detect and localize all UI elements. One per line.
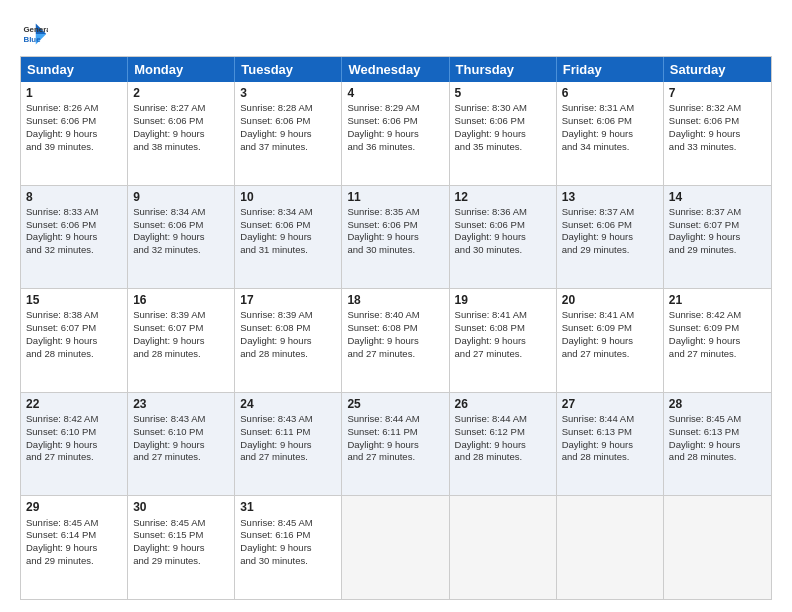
day-info-line: and 39 minutes. xyxy=(26,141,122,154)
calendar-row: 1Sunrise: 8:26 AMSunset: 6:06 PMDaylight… xyxy=(21,82,771,185)
day-number: 22 xyxy=(26,396,122,412)
day-info-line: Sunset: 6:09 PM xyxy=(562,322,658,335)
day-info-line: and 28 minutes. xyxy=(26,348,122,361)
day-info-line: and 34 minutes. xyxy=(562,141,658,154)
day-number: 2 xyxy=(133,85,229,101)
day-info-line: Sunset: 6:06 PM xyxy=(133,219,229,232)
day-number: 20 xyxy=(562,292,658,308)
day-number: 10 xyxy=(240,189,336,205)
day-info-line: Daylight: 9 hours xyxy=(26,542,122,555)
day-info-line: Daylight: 9 hours xyxy=(26,128,122,141)
day-info-line: Sunset: 6:13 PM xyxy=(562,426,658,439)
day-cell: 18Sunrise: 8:40 AMSunset: 6:08 PMDayligh… xyxy=(342,289,449,392)
day-info-line: Daylight: 9 hours xyxy=(133,439,229,452)
day-info-line: Sunrise: 8:42 AM xyxy=(26,413,122,426)
day-number: 5 xyxy=(455,85,551,101)
day-cell: 15Sunrise: 8:38 AMSunset: 6:07 PMDayligh… xyxy=(21,289,128,392)
day-info-line: Sunrise: 8:41 AM xyxy=(455,309,551,322)
day-info-line: Daylight: 9 hours xyxy=(669,231,766,244)
day-info-line: Sunrise: 8:44 AM xyxy=(455,413,551,426)
day-info-line: and 28 minutes. xyxy=(133,348,229,361)
day-number: 25 xyxy=(347,396,443,412)
day-info-line: Sunrise: 8:42 AM xyxy=(669,309,766,322)
day-info-line: Daylight: 9 hours xyxy=(240,231,336,244)
day-info-line: Sunrise: 8:27 AM xyxy=(133,102,229,115)
day-info-line: and 27 minutes. xyxy=(347,451,443,464)
day-info-line: Sunset: 6:06 PM xyxy=(562,219,658,232)
day-number: 8 xyxy=(26,189,122,205)
day-info-line: and 29 minutes. xyxy=(133,555,229,568)
day-info-line: Sunset: 6:09 PM xyxy=(669,322,766,335)
day-info-line: Sunset: 6:06 PM xyxy=(669,115,766,128)
day-info-line: Sunset: 6:08 PM xyxy=(347,322,443,335)
day-info-line: Daylight: 9 hours xyxy=(669,439,766,452)
day-info-line: Sunrise: 8:35 AM xyxy=(347,206,443,219)
day-info-line: Daylight: 9 hours xyxy=(347,128,443,141)
calendar-row: 22Sunrise: 8:42 AMSunset: 6:10 PMDayligh… xyxy=(21,392,771,496)
day-cell: 4Sunrise: 8:29 AMSunset: 6:06 PMDaylight… xyxy=(342,82,449,185)
header-day: Friday xyxy=(557,57,664,82)
day-cell: 27Sunrise: 8:44 AMSunset: 6:13 PMDayligh… xyxy=(557,393,664,496)
empty-cell xyxy=(450,496,557,599)
day-info-line: Daylight: 9 hours xyxy=(669,128,766,141)
calendar-body: 1Sunrise: 8:26 AMSunset: 6:06 PMDaylight… xyxy=(21,82,771,599)
day-cell: 25Sunrise: 8:44 AMSunset: 6:11 PMDayligh… xyxy=(342,393,449,496)
day-info-line: and 32 minutes. xyxy=(26,244,122,257)
day-info-line: and 35 minutes. xyxy=(455,141,551,154)
day-info-line: Sunset: 6:12 PM xyxy=(455,426,551,439)
day-info-line: Daylight: 9 hours xyxy=(455,128,551,141)
day-info-line: Sunset: 6:14 PM xyxy=(26,529,122,542)
day-info-line: and 27 minutes. xyxy=(347,348,443,361)
day-number: 16 xyxy=(133,292,229,308)
calendar-row: 8Sunrise: 8:33 AMSunset: 6:06 PMDaylight… xyxy=(21,185,771,289)
day-info-line: Daylight: 9 hours xyxy=(240,128,336,141)
header-day: Sunday xyxy=(21,57,128,82)
day-cell: 10Sunrise: 8:34 AMSunset: 6:06 PMDayligh… xyxy=(235,186,342,289)
day-number: 19 xyxy=(455,292,551,308)
day-cell: 11Sunrise: 8:35 AMSunset: 6:06 PMDayligh… xyxy=(342,186,449,289)
day-info-line: Sunset: 6:08 PM xyxy=(455,322,551,335)
day-info-line: Sunset: 6:06 PM xyxy=(455,115,551,128)
day-cell: 26Sunrise: 8:44 AMSunset: 6:12 PMDayligh… xyxy=(450,393,557,496)
day-number: 30 xyxy=(133,499,229,515)
day-cell: 5Sunrise: 8:30 AMSunset: 6:06 PMDaylight… xyxy=(450,82,557,185)
day-info-line: and 28 minutes. xyxy=(669,451,766,464)
header-day: Saturday xyxy=(664,57,771,82)
day-info-line: and 38 minutes. xyxy=(133,141,229,154)
day-info-line: Sunset: 6:06 PM xyxy=(347,219,443,232)
day-info-line: Daylight: 9 hours xyxy=(26,439,122,452)
logo: General Blue xyxy=(20,20,50,48)
day-number: 29 xyxy=(26,499,122,515)
day-info-line: Daylight: 9 hours xyxy=(455,335,551,348)
day-info-line: Sunrise: 8:45 AM xyxy=(240,517,336,530)
day-info-line: and 27 minutes. xyxy=(562,348,658,361)
day-cell: 9Sunrise: 8:34 AMSunset: 6:06 PMDaylight… xyxy=(128,186,235,289)
day-cell: 16Sunrise: 8:39 AMSunset: 6:07 PMDayligh… xyxy=(128,289,235,392)
day-info-line: and 27 minutes. xyxy=(240,451,336,464)
day-info-line: Sunset: 6:07 PM xyxy=(669,219,766,232)
day-cell: 8Sunrise: 8:33 AMSunset: 6:06 PMDaylight… xyxy=(21,186,128,289)
day-info-line: Sunrise: 8:36 AM xyxy=(455,206,551,219)
day-info-line: Sunset: 6:13 PM xyxy=(669,426,766,439)
day-info-line: Sunrise: 8:38 AM xyxy=(26,309,122,322)
day-cell: 6Sunrise: 8:31 AMSunset: 6:06 PMDaylight… xyxy=(557,82,664,185)
day-cell: 13Sunrise: 8:37 AMSunset: 6:06 PMDayligh… xyxy=(557,186,664,289)
day-number: 15 xyxy=(26,292,122,308)
day-number: 18 xyxy=(347,292,443,308)
header: General Blue xyxy=(20,16,772,48)
day-info-line: Sunrise: 8:33 AM xyxy=(26,206,122,219)
day-info-line: and 36 minutes. xyxy=(347,141,443,154)
day-info-line: and 29 minutes. xyxy=(669,244,766,257)
day-info-line: and 32 minutes. xyxy=(133,244,229,257)
day-info-line: Sunrise: 8:28 AM xyxy=(240,102,336,115)
day-info-line: Sunset: 6:06 PM xyxy=(562,115,658,128)
logo-icon: General Blue xyxy=(20,20,48,48)
day-number: 6 xyxy=(562,85,658,101)
day-info-line: Sunrise: 8:26 AM xyxy=(26,102,122,115)
day-info-line: Daylight: 9 hours xyxy=(669,335,766,348)
day-number: 3 xyxy=(240,85,336,101)
day-number: 11 xyxy=(347,189,443,205)
day-info-line: Daylight: 9 hours xyxy=(562,128,658,141)
day-info-line: Sunrise: 8:41 AM xyxy=(562,309,658,322)
day-info-line: Sunset: 6:11 PM xyxy=(240,426,336,439)
